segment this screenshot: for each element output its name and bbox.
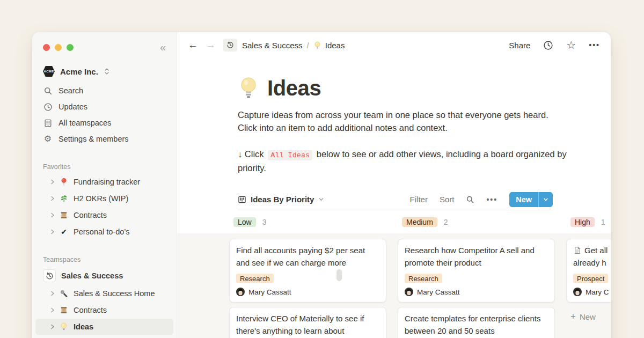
sidebar-collapse-icon[interactable]: « [160, 42, 166, 53]
microphone-icon [59, 289, 69, 298]
building-icon [43, 119, 53, 128]
star-icon[interactable]: ☆ [566, 40, 576, 50]
callout-prefix: ↓ Click [238, 149, 264, 159]
add-card-button[interactable]: + New [570, 311, 611, 322]
breadcrumb-separator: / [307, 41, 309, 50]
view-toolbar: Ideas By Priority Filter Sort ••• New [238, 189, 553, 210]
sidebar-item-contracts-fav[interactable]: Contracts [35, 207, 173, 223]
chevron-right-icon[interactable] [48, 212, 57, 218]
sidebar-item-ideas[interactable]: Ideas [35, 319, 173, 335]
card[interactable]: Get all already h Prospect Mary C [566, 239, 611, 303]
board: Find all accounts paying $2 per seat and… [177, 233, 611, 338]
view-selector[interactable]: Ideas By Priority [238, 195, 324, 204]
card[interactable]: Find all accounts paying $2 per seat and… [229, 239, 386, 303]
sidebar-item-label: Personal to-do’s [74, 227, 130, 236]
chevron-right-icon[interactable] [48, 324, 57, 329]
column-header-high[interactable]: High 1 [566, 217, 611, 227]
new-button-label[interactable]: New [509, 192, 538, 207]
back-arrow-icon[interactable]: ← [188, 39, 198, 51]
column-count: 3 [262, 218, 267, 226]
column-header-medium[interactable]: Medium 2 [398, 217, 555, 227]
board-column-high: Get all already h Prospect Mary C [566, 239, 611, 322]
zoom-window-button[interactable] [67, 44, 74, 51]
page-title: Ideas [267, 76, 321, 100]
herb-icon [59, 194, 69, 203]
search-icon [43, 86, 53, 95]
breadcrumb-teamspace-icon[interactable] [223, 39, 237, 52]
chevron-right-icon[interactable] [48, 196, 57, 201]
workspace-switcher[interactable]: ACME Acme Inc. [36, 63, 172, 79]
add-card-label: New [580, 312, 596, 321]
sidebar-item-contracts-team[interactable]: Contracts [35, 302, 173, 318]
sidebar-item-label: Search [58, 86, 83, 95]
clock-icon[interactable] [543, 40, 553, 50]
teamspaces-heading: Teamspaces [43, 256, 166, 263]
column-header-low[interactable]: Low 3 [229, 217, 386, 227]
chevron-right-icon[interactable] [48, 307, 57, 313]
sidebar-item-sales-success[interactable]: Sales & Success [35, 267, 173, 285]
chevron-down-icon [318, 196, 324, 202]
sidebar-item-sales-success-home[interactable]: Sales & Success Home [35, 285, 173, 302]
scrollbar-thumb[interactable] [336, 269, 342, 281]
assignee-name: Mary C [586, 288, 609, 296]
priority-pill-medium: Medium [402, 217, 437, 227]
more-options-icon[interactable]: ••• [589, 41, 600, 49]
sort-button[interactable]: Sort [440, 195, 455, 204]
assignee-name: Mary Cassatt [248, 288, 291, 296]
board-view-icon [238, 195, 246, 204]
sidebar-item-label: Contracts [74, 211, 107, 219]
card-title: Create templates for enterprise clients … [405, 313, 548, 337]
sidebar-item-fundraising-tracker[interactable]: Fundraising tracker [35, 174, 173, 190]
sidebar-item-settings[interactable]: ⚙ Settings & members [32, 131, 177, 147]
card[interactable]: Create templates for enterprise clients … [398, 307, 555, 338]
sidebar: « ACME Acme Inc. Search [32, 32, 177, 338]
card-title: Interview CEO of Materially to see if th… [236, 313, 379, 338]
light-bulb-icon [59, 322, 69, 331]
breadcrumb-page[interactable]: Ideas [313, 41, 345, 50]
card[interactable]: Research how Competitor A sell and promo… [398, 239, 555, 303]
app-window: « ACME Acme Inc. Search [32, 32, 611, 338]
avatar [573, 288, 582, 296]
chevron-right-icon[interactable] [48, 291, 57, 296]
minimize-window-button[interactable] [55, 44, 62, 51]
sidebar-item-label: H2 OKRs (WIP) [74, 194, 128, 203]
sidebar-item-updates[interactable]: Updates [32, 99, 177, 115]
search-icon[interactable] [466, 195, 474, 204]
card-assignee: Mary Cassatt [405, 288, 548, 296]
chevron-right-icon[interactable] [48, 229, 57, 234]
document-icon [573, 246, 581, 254]
scroll-icon [59, 211, 69, 219]
sidebar-item-search[interactable]: Search [32, 83, 177, 99]
forward-arrow-icon[interactable]: → [206, 39, 216, 51]
close-window-button[interactable] [43, 44, 50, 51]
priority-pill-high: High [570, 217, 595, 227]
chevron-right-icon[interactable] [48, 179, 57, 185]
share-button[interactable]: Share [509, 41, 530, 50]
sidebar-item-crm[interactable]: CRM [35, 335, 173, 338]
new-button[interactable]: New [509, 192, 553, 207]
workspace-name: Acme Inc. [60, 67, 98, 76]
page-header: Ideas Capture ideas from across your tea… [177, 58, 611, 175]
history-clock-icon [43, 269, 56, 282]
column-count: 2 [444, 218, 448, 226]
filter-button[interactable]: Filter [410, 195, 428, 204]
view-more-options-icon[interactable]: ••• [486, 195, 497, 204]
scroll-icon [59, 306, 69, 314]
sidebar-item-label: Contracts [74, 306, 107, 314]
priority-pill-low: Low [233, 217, 256, 227]
main-content: ← → Sales & Success / [177, 32, 611, 338]
chevron-down-icon[interactable] [539, 192, 553, 207]
sidebar-item-label: Updates [58, 102, 87, 111]
card-title: Get all already h [573, 245, 611, 269]
sidebar-item-label: Ideas [74, 322, 93, 331]
sidebar-item-label: Fundraising tracker [74, 178, 140, 186]
breadcrumb-root[interactable]: Sales & Success [242, 41, 303, 50]
page-light-bulb-icon [238, 77, 259, 100]
tag-research: Research [236, 274, 274, 283]
sidebar-item-personal-todos[interactable]: ✔ Personal to-do’s [35, 224, 173, 240]
light-bulb-icon [313, 41, 321, 49]
sidebar-item-all-teamspaces[interactable]: All teamspaces [32, 115, 177, 131]
card[interactable]: Interview CEO of Materially to see if th… [229, 307, 386, 338]
sidebar-item-label: Sales & Success [61, 271, 123, 280]
sidebar-item-h2-okrs[interactable]: H2 OKRs (WIP) [35, 190, 173, 207]
